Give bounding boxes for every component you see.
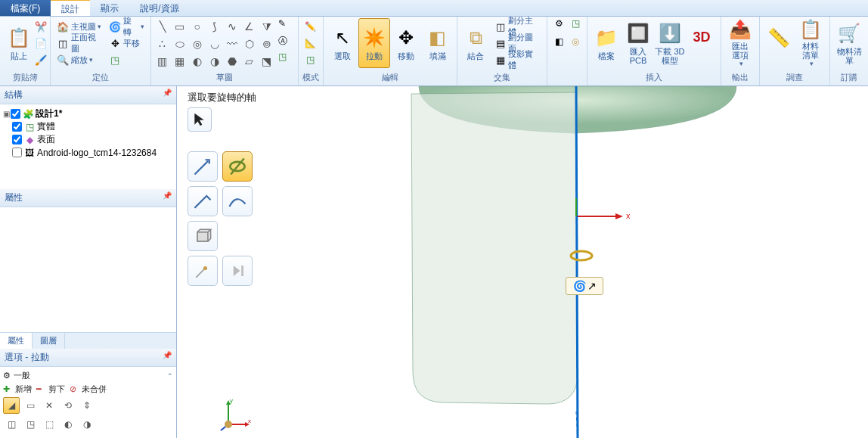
target-tool[interactable]: ◎ — [189, 36, 206, 52]
group-label: 插入 — [591, 70, 718, 85]
fill-button[interactable]: ◧填滿 — [422, 18, 454, 68]
solid-tool[interactable]: ▦ — [172, 53, 188, 70]
order-bom-button[interactable]: 🛒物料清單 — [833, 18, 865, 68]
option-add[interactable]: ✚新增 — [3, 384, 32, 395]
minus-icon: ━ — [36, 384, 47, 395]
export-options-button[interactable]: 📤匯出 選項▾ — [724, 18, 756, 68]
pin-icon[interactable]: 📌 — [163, 191, 172, 204]
tree-root[interactable]: ▣ 🧩 設計1* — [2, 107, 175, 120]
copy-icon[interactable]: 📄 — [35, 38, 47, 49]
option-nomerge[interactable]: ⊘未合併 — [70, 384, 107, 395]
spin-button[interactable]: 🌀旋轉▾ — [106, 18, 147, 35]
tree-item-solid[interactable]: ◳ 實體 — [2, 120, 175, 133]
shape3-tool[interactable]: ⬣ — [224, 53, 240, 70]
home-icon: 🏠 — [57, 20, 69, 33]
menu-design[interactable]: 設計 — [51, 0, 90, 16]
chamfer-tool[interactable]: ⧩ — [259, 18, 275, 35]
opt-btn-1[interactable]: ◢ — [3, 397, 20, 414]
misc-icon-1[interactable]: ⚙ — [550, 18, 567, 35]
tab-properties[interactable]: 屬性 — [0, 333, 33, 349]
mode-solid-icon[interactable]: ◳ — [302, 51, 320, 68]
list-icon: 📋 — [798, 19, 823, 40]
opt-btn-7[interactable]: ◳ — [22, 416, 39, 433]
export-icon: 📤 — [728, 19, 752, 40]
pin-icon[interactable]: 📌 — [163, 351, 172, 364]
mode-2d-icon[interactable]: ✏️ — [302, 18, 320, 35]
paste-button[interactable]: 📋 貼上 — [3, 18, 35, 68]
download-3d-button[interactable]: ⬇️下載 3D 模型 — [654, 18, 686, 68]
tree-root-checkbox[interactable] — [11, 109, 20, 119]
combine-button[interactable]: ⧉結合 — [460, 18, 491, 68]
edit-sketch-tool[interactable]: ✎ — [278, 18, 295, 35]
misc-icon-2[interactable]: ◧ — [550, 36, 567, 53]
tree-item-surface[interactable]: ◆ 表面 — [2, 133, 175, 146]
zoom-button[interactable]: 🔍縮放▾ — [54, 51, 106, 68]
angle-tool[interactable]: ∠ — [241, 18, 258, 35]
mini-revolve-icon[interactable]: 🌀 — [573, 280, 586, 292]
mini-arrow-icon[interactable]: ↗ — [587, 280, 597, 292]
group-label: 訂購 — [833, 70, 865, 85]
inspect-button[interactable]: 📏 — [763, 18, 795, 68]
fill-icon: ◧ — [426, 26, 450, 50]
tab-layers[interactable]: 圖層 — [33, 333, 65, 349]
tree-image-checkbox[interactable] — [12, 148, 22, 157]
bom-button[interactable]: 📋材料 清單▾ — [795, 18, 826, 68]
misc-icon-4[interactable]: ◎ — [567, 36, 584, 53]
opt-btn-8[interactable]: ⬚ — [41, 416, 57, 433]
view-triad[interactable]: y x — [215, 396, 253, 433]
opt-btn-5[interactable]: ⇕ — [79, 397, 95, 414]
opt-btn-4[interactable]: ⟲ — [60, 397, 76, 414]
opt-btn-2[interactable]: ▭ — [22, 397, 39, 414]
tree-surface-checkbox[interactable] — [12, 135, 22, 144]
point-tool[interactable]: ∴ — [154, 36, 171, 52]
select-button[interactable]: ↖選取 — [327, 18, 358, 68]
text-tool[interactable]: Ⓐ — [278, 35, 295, 51]
project-button[interactable]: ▦投影實體 — [491, 51, 544, 68]
pan-button[interactable]: ✥平移 — [106, 35, 147, 51]
format-icon[interactable]: 🖌️ — [35, 54, 47, 66]
misc-icon-3[interactable]: ◳ — [567, 18, 584, 35]
viewport[interactable]: 選取要旋轉的軸 — [177, 86, 868, 438]
opt-btn-6[interactable]: ◫ — [3, 416, 20, 433]
arc-tool[interactable]: ⟆ — [206, 18, 223, 35]
pin-icon[interactable]: 📌 — [163, 89, 172, 101]
option-cut[interactable]: ━剪下 — [36, 384, 65, 395]
arc2-tool[interactable]: ◡ — [206, 36, 223, 52]
menu-display[interactable]: 顯示 — [90, 0, 129, 16]
rect-tool[interactable]: ▭ — [172, 18, 188, 35]
shape5-tool[interactable]: ⬔ — [259, 53, 275, 70]
pull-button[interactable]: ✴️拉動 — [358, 18, 390, 68]
mode-3d-icon[interactable]: 📐 — [302, 35, 320, 51]
move-button[interactable]: ✥移動 — [390, 18, 422, 68]
curve-tool[interactable]: 〰 — [224, 36, 240, 52]
ellipse-tool[interactable]: ⬭ — [172, 36, 188, 52]
file-button[interactable]: 📁檔案 — [591, 18, 622, 68]
menu-help[interactable]: 說明/資源 — [129, 0, 189, 16]
mini-tool-popup[interactable]: 🌀 ↗ — [566, 277, 603, 295]
collapse-icon[interactable]: ▣ — [2, 110, 11, 118]
properties-title: 屬性 — [5, 191, 23, 204]
cut-icon[interactable]: ✂️ — [35, 21, 47, 33]
shape2-tool[interactable]: ◑ — [206, 53, 223, 70]
3d-button[interactable]: 3D — [686, 18, 718, 68]
opt-btn-10[interactable]: ◑ — [79, 416, 95, 433]
line-tool[interactable]: ╲ — [154, 18, 171, 35]
shape4-tool[interactable]: ▱ — [241, 53, 258, 70]
front-view-button[interactable]: ◫正面視圖 — [54, 35, 106, 51]
poly-tool[interactable]: ⬡ — [241, 36, 258, 52]
opt-btn-3[interactable]: ✕ — [41, 397, 57, 414]
tree-item-image[interactable]: 🖼 Android-logo_tcm14-1232684 — [2, 146, 175, 159]
cube-tool[interactable]: ◳ — [278, 51, 295, 68]
ribbon: 📋 貼上 ✂️ 📄 🖌️ 剪貼簿 🏠主視圖▾ ◫正面視圖 🔍縮放▾ 🌀旋轉▾ ✥… — [0, 17, 868, 86]
import-pcb-button[interactable]: 🔲匯入 PCB — [622, 18, 654, 68]
opt-btn-9[interactable]: ◐ — [60, 416, 76, 433]
circle-tool[interactable]: ○ — [189, 18, 206, 35]
face-tool[interactable]: ▥ — [154, 53, 171, 70]
view-cube-button[interactable]: ◳ — [106, 51, 147, 68]
tree-solid-checkbox[interactable] — [12, 122, 22, 132]
menu-file[interactable]: 檔案(F) — [0, 0, 51, 16]
collapse-icon[interactable]: ⌃ — [167, 372, 173, 380]
shape1-tool[interactable]: ◐ — [189, 53, 206, 70]
offset-tool[interactable]: ⊚ — [259, 36, 275, 52]
spline-tool[interactable]: ∿ — [224, 18, 240, 35]
